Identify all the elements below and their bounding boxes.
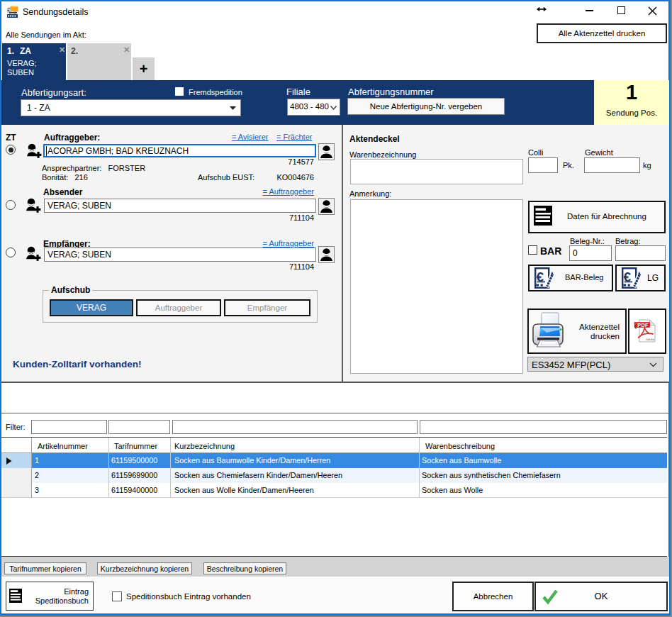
svg-text:Adobe: Adobe bbox=[645, 338, 656, 341]
svg-text:PDF: PDF bbox=[637, 322, 649, 328]
